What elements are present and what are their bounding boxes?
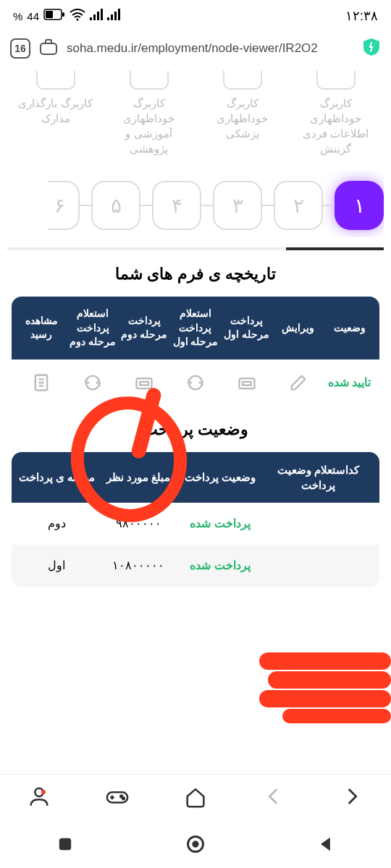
signal-icon-1 [90, 9, 103, 24]
url-text[interactable]: soha.medu.ir/employment/node-viewer/IR2O… [67, 41, 353, 56]
redaction-bar [259, 690, 391, 707]
security-shield-icon[interactable] [362, 38, 381, 60]
redaction-bar [282, 709, 391, 723]
payment-title: وضعیت پرداخت [7, 420, 384, 439]
payment-row: پرداخت شده ۹۸۰۰۰۰۰ دوم [12, 503, 379, 545]
battery-pct-sign: % [13, 10, 22, 22]
cell-stage: دوم [16, 516, 98, 532]
step-5[interactable]: ۵ [91, 181, 140, 230]
svg-rect-16 [140, 382, 148, 386]
cell-code [261, 558, 375, 574]
back-icon[interactable] [261, 784, 286, 812]
col-edit: ویرایش [272, 307, 324, 349]
form-tabs: کاربرگ خوداظهاری اطلاعات فردی گزینش کارب… [7, 65, 384, 171]
col-pay-status: وضعیت پرداخت [179, 462, 261, 493]
cell-stage: اول [16, 558, 98, 574]
cell-status: پرداخت شده [179, 558, 261, 574]
tab-label: کاربرگ خوداظهاری اطلاعات فردی گزینش [293, 95, 378, 156]
home-icon[interactable] [183, 784, 208, 812]
games-icon[interactable] [105, 784, 130, 812]
svg-point-26 [122, 797, 125, 799]
svg-rect-1 [62, 12, 64, 17]
tab-count-button[interactable]: 16 [10, 38, 30, 59]
system-nav-bar [0, 820, 391, 868]
col-inq1: استعلام پرداخت مرحله اول [170, 307, 222, 349]
svg-point-29 [192, 841, 198, 847]
svg-rect-15 [137, 378, 152, 388]
forward-icon[interactable] [340, 784, 364, 812]
redaction-bar [259, 652, 391, 670]
history-table: وضعیت ویرایش پرداخت مرحله اول استعلام پر… [12, 297, 379, 406]
briefcase-icon[interactable] [39, 38, 58, 59]
svg-rect-9 [111, 14, 113, 20]
svg-rect-10 [114, 12, 117, 20]
wifi-icon [70, 8, 85, 25]
battery-percent: 44 [27, 10, 39, 22]
sys-recent[interactable] [55, 834, 75, 854]
history-title: تاریخچه ی فرم های شما [7, 265, 384, 284]
profile-icon[interactable] [27, 784, 51, 812]
svg-rect-27 [59, 838, 71, 850]
tab-label: کاربرگ خوداظهاری آموزشی و پژوهشی [106, 95, 191, 156]
tab-documents[interactable]: کاربرگ بارگذاری مدارک [13, 71, 98, 156]
cell-amount: ۱۰۸۰۰۰۰۰ [98, 558, 180, 574]
tab-label: کاربرگ خوداظهاری پزشکی [200, 95, 285, 141]
svg-rect-11 [118, 9, 120, 20]
tab-education[interactable]: کاربرگ خوداظهاری آموزشی و پژوهشی [106, 71, 191, 156]
tab-medical[interactable]: کاربرگ خوداظهاری پزشکی [200, 71, 285, 156]
notification-dot [41, 790, 46, 794]
svg-rect-4 [90, 17, 92, 20]
col-status: وضعیت [324, 307, 375, 349]
step-1[interactable]: ۱ [335, 181, 384, 230]
svg-rect-8 [107, 17, 109, 20]
svg-rect-2 [46, 11, 53, 18]
col-receipt: مشاهده رسید [16, 307, 67, 349]
step-3[interactable]: ۳ [213, 181, 262, 230]
inquiry1-button[interactable] [170, 373, 222, 393]
history-row: تایید شده [12, 359, 379, 406]
battery-icon [43, 9, 65, 24]
redaction-bar [268, 671, 391, 689]
pay1-button[interactable] [221, 373, 272, 393]
tab-label: کاربرگ بارگذاری مدارک [13, 95, 98, 126]
clock: ۱۲:۳۸ [345, 8, 378, 24]
svg-rect-6 [97, 12, 99, 20]
status-approved: تایید شده [324, 373, 375, 393]
tab-personal-info[interactable]: کاربرگ خوداظهاری اطلاعات فردی گزینش [293, 71, 378, 156]
step-indicator: ۱ ۲ ۳ ۴ ۵ ۶ [7, 171, 384, 237]
sys-home[interactable] [185, 834, 206, 854]
cell-status: پرداخت شده [179, 516, 261, 532]
scroll-indicator [7, 247, 384, 250]
pay2-button[interactable] [119, 373, 170, 393]
svg-point-3 [77, 18, 79, 20]
col-inquiry-code: کداستعلام وضعیت پرداخت [261, 462, 375, 493]
svg-rect-14 [243, 382, 251, 386]
svg-rect-13 [239, 378, 254, 388]
inquiry2-button[interactable] [67, 373, 119, 393]
step-6[interactable]: ۶ [48, 181, 80, 230]
receipt-button[interactable] [16, 373, 67, 393]
browser-address-bar: 16 soha.medu.ir/employment/node-viewer/I… [0, 32, 391, 65]
svg-rect-12 [41, 43, 56, 54]
browser-bottom-nav [0, 774, 391, 820]
col-inq2: استعلام پرداخت مرحله دوم [67, 307, 119, 349]
payment-table: کداستعلام وضعیت پرداخت وضعیت پرداخت مبلغ… [12, 452, 379, 587]
device-status-bar: %44 ۱۲:۳۸ [0, 0, 391, 32]
col-pay2: پرداخت مرحله دوم [119, 307, 170, 349]
svg-rect-5 [93, 14, 96, 20]
edit-button[interactable] [272, 373, 324, 393]
cell-code [261, 516, 375, 532]
svg-rect-7 [101, 9, 103, 20]
payment-row: پرداخت شده ۱۰۸۰۰۰۰۰ اول [12, 545, 379, 587]
step-2[interactable]: ۲ [274, 181, 323, 230]
step-4[interactable]: ۴ [152, 181, 201, 230]
col-pay1: پرداخت مرحله اول [221, 307, 272, 349]
signal-icon-2 [107, 9, 120, 24]
sys-back[interactable] [316, 834, 336, 854]
